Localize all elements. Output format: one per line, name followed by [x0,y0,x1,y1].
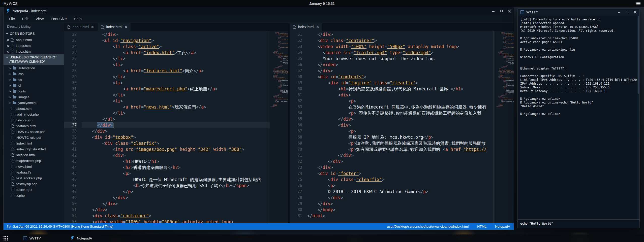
code-line: </div> [82,122,270,128]
line-number: 52 [290,38,302,44]
open-editors-section[interactable]: OPEN EDITORS [4,30,64,37]
tree-file[interactable]: location.html [4,152,64,158]
menu-file[interactable]: File [6,15,18,22]
folder-icon [13,67,16,70]
close-file-icon[interactable] [7,50,9,53]
open-editor-label: about.html [16,38,32,42]
topbar-clock: January 9 16:31 [0,2,644,6]
terminal-output[interactable]: [info] Conencting to arozos WsTTY servic… [518,16,637,220]
line-number: 66 [290,122,302,128]
open-editor-label: index.html [16,50,32,53]
file-label: trailer.mp4 [16,188,32,192]
code-line: </p> [82,189,270,195]
tree-file[interactable]: index.php_disabled [4,146,64,152]
tree-folder[interactable]: autostation [4,65,64,71]
terminal-input[interactable]: echo "Hello World" [518,220,639,228]
menu-edit[interactable]: Edit [19,15,32,22]
tree-file[interactable]: index.html [4,141,64,146]
workspace-folder-header[interactable]: USER/DESKTOP/SCREENSHOT /TEST/WWW CLEANE… [4,54,64,65]
code-line: </li> [82,92,270,98]
minimize-button[interactable] [617,10,621,14]
minimap[interactable]: </div> <ul id="navigation"> <li class="a… [495,31,514,223]
tree-file[interactable]: trailer.mp4 [4,187,64,193]
maximize-button[interactable] [625,10,629,14]
statusbar-appname: NotepadA [495,225,510,228]
tree-file[interactable]: favicon.ico [4,117,64,123]
topbar-brand[interactable]: My ArOZ [4,2,17,6]
code-area[interactable]: </div> <ul id="navigation"> <li class="a… [80,31,270,223]
clock-icon [7,225,11,228]
tree-file[interactable]: HKWTC notice.pdf [4,129,64,135]
statusbar-language[interactable]: HTML [477,225,486,228]
file-label: mapredirect.php [16,159,41,163]
line-number: 61 [290,92,302,98]
notepada-titlebar[interactable]: NotepadA - index.html [4,7,514,15]
code-line: <div id="topbox"> [82,134,270,140]
maximize-button[interactable] [500,9,503,13]
open-editors-label: OPEN EDITORS [10,32,35,36]
code-line: <li> [82,80,270,86]
tree-folder[interactable]: yamlyamlinu [4,100,64,106]
editor-surface[interactable]: 2223242526272829303132333435363738394041… [64,31,288,223]
taskbar-item-notepada[interactable]: NotepadA [69,234,94,242]
tree-file[interactable]: about.html [4,106,64,112]
wstty-titlebar[interactable]: WsTTY [518,9,639,16]
minimize-button[interactable] [492,9,495,13]
open-editor-item[interactable]: index.html [4,49,64,54]
line-number: 49 [64,195,77,201]
tree-file[interactable]: x.php [4,193,64,198]
close-tab-icon[interactable] [91,26,94,28]
code-line: </div> [82,128,270,134]
open-editor-item[interactable]: about.html [4,37,64,43]
line-number: 26 [64,56,77,62]
terminal-line [520,44,637,48]
menu-view[interactable]: View [32,15,47,22]
tree-file[interactable]: news.html [4,164,64,169]
close-tab-icon[interactable] [316,26,319,28]
tree-folder[interactable]: fonts [4,88,64,94]
hamburger-menu-icon[interactable] [636,2,640,5]
tree-folder[interactable]: images [4,94,64,100]
code-line: <h1>HKWTC</h1> [82,158,270,164]
menu-bar: FileEditViewFont SizeHelp [4,15,514,23]
line-number: 71 [290,152,302,158]
tab-index.html[interactable]: index.html [98,23,131,31]
editor-surface[interactable]: 5152535455565758596061626364656667686970… [290,31,514,223]
tree-folder[interactable]: dl [4,83,64,88]
tab-index.html[interactable]: index.html [290,23,323,31]
tree-file[interactable]: testmysql.php [4,181,64,187]
statusbar-filepath[interactable]: user/Desktop/screenshot/test/www cleaned… [387,225,469,228]
menu-font-size[interactable]: Font Size [47,15,70,22]
line-number: 29 [64,74,77,80]
code-area[interactable]: </div> <div class="container"> <video wi… [306,31,495,223]
open-editor-item[interactable]: index.html [4,43,64,49]
file-icon [68,25,70,29]
close-tab-icon[interactable] [125,26,127,28]
taskbar-item-wstty[interactable]: WsTTY [21,234,43,242]
close-file-icon[interactable] [7,45,9,47]
line-number: 81 [290,213,302,219]
tree-file[interactable]: test_sockets.php [4,175,64,181]
terminal-scrollbar[interactable] [637,16,639,220]
close-button[interactable] [508,9,511,13]
code-line: </div> [82,207,270,213]
app-launcher-button[interactable] [3,236,9,241]
minimap[interactable]: </div> <ul id="navigation"> <li class="a… [270,31,288,223]
tree-file[interactable]: mapredirect.php [4,158,64,164]
line-number: 79 [290,201,302,207]
tree-file[interactable]: teabag.7z [4,169,64,175]
tree-folder[interactable]: dc [4,77,64,83]
line-number: 74 [290,170,302,177]
close-button[interactable] [633,10,637,14]
menu-help[interactable]: Help [71,15,85,22]
tab-about.html[interactable]: about.html [64,23,98,31]
code-line: </div> [82,31,270,38]
close-file-icon[interactable] [7,39,9,41]
tree-file[interactable]: HKWTC rule.pdf [4,135,64,141]
file-label: HKWTC rule.pdf [16,136,41,140]
code-line: <div class="clearfix"> [307,177,495,183]
tree-folder[interactable]: css [4,71,64,77]
tree-file[interactable]: features.html [4,123,64,129]
tree-file[interactable]: add_vhost.php [4,112,64,117]
line-number: 63 [290,104,302,110]
